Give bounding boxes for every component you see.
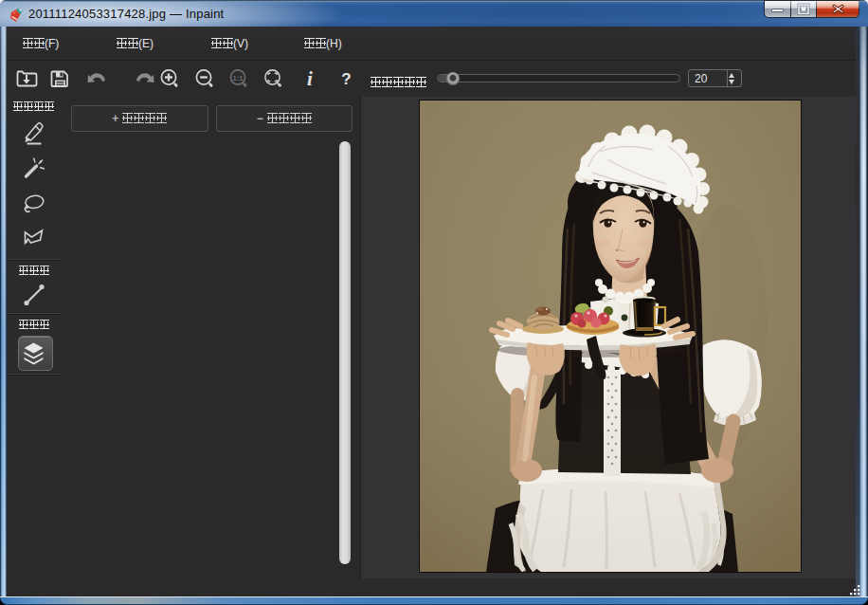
svg-text:i: i bbox=[307, 67, 313, 90]
svg-text:1:1: 1:1 bbox=[233, 74, 244, 82]
svg-text:?: ? bbox=[341, 70, 351, 88]
